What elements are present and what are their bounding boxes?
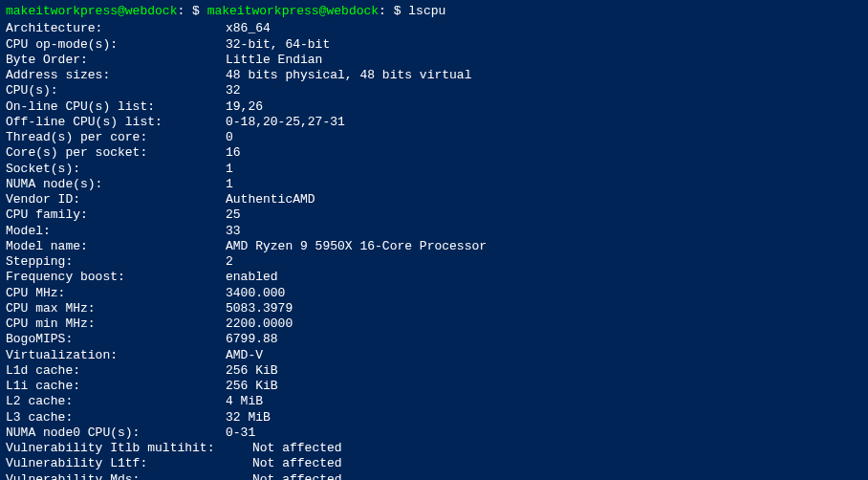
- row-value: 32 MiB: [226, 410, 862, 425]
- output-row: Vendor ID:AuthenticAMD: [6, 192, 862, 207]
- output-row: Stepping:2: [6, 254, 862, 270]
- output-row: Off-line CPU(s) list:0-18,20-25,27-31: [6, 115, 862, 130]
- lscpu-output: Architecture:x86_64CPU op-mode(s):32-bit…: [6, 21, 862, 480]
- row-label: CPU(s):: [6, 83, 226, 98]
- row-label: NUMA node(s):: [6, 177, 226, 192]
- row-value: 1: [226, 177, 862, 192]
- row-label: Stepping:: [6, 254, 226, 270]
- row-value: 0: [226, 130, 862, 145]
- row-value: Little Endian: [226, 53, 862, 68]
- row-value: 6799.88: [226, 332, 862, 347]
- output-row: Core(s) per socket:16: [6, 145, 862, 161]
- output-row: CPU min MHz:2200.0000: [6, 316, 862, 332]
- row-value: 3400.000: [226, 286, 862, 301]
- row-label: Model name:: [6, 239, 226, 254]
- row-label: Model:: [6, 224, 226, 239]
- row-value: 33: [226, 224, 862, 239]
- output-row: Architecture:x86_64: [6, 21, 862, 36]
- output-row: Frequency boost:enabled: [6, 270, 862, 285]
- output-row: CPU(s):32: [6, 83, 862, 98]
- row-label: Off-line CPU(s) list:: [6, 115, 226, 130]
- row-label: CPU MHz:: [6, 286, 226, 301]
- row-value: 0-31: [226, 425, 862, 441]
- row-value: 25: [226, 207, 862, 223]
- prompt-userhost-1: makeitworkpress@webdock: [6, 4, 177, 18]
- row-value: x86_64: [226, 21, 862, 36]
- row-value: 32-bit, 64-bit: [226, 37, 862, 53]
- row-value: 1: [226, 162, 862, 177]
- row-label: Socket(s):: [6, 162, 226, 177]
- output-row: L1i cache:256 KiB: [6, 379, 862, 394]
- output-row: Model name:AMD Ryzen 9 5950X 16-Core Pro…: [6, 239, 862, 254]
- row-value: 256 KiB: [226, 379, 862, 394]
- row-value: Not affected: [252, 472, 862, 481]
- row-label: CPU op-mode(s):: [6, 37, 226, 53]
- output-row: CPU MHz:3400.000: [6, 286, 862, 301]
- row-label: CPU min MHz:: [6, 316, 226, 332]
- output-row: Model:33: [6, 224, 862, 239]
- row-label: L1i cache:: [6, 379, 226, 394]
- row-value: 48 bits physical, 48 bits virtual: [226, 68, 862, 83]
- output-row: Address sizes:48 bits physical, 48 bits …: [6, 68, 862, 83]
- output-row: On-line CPU(s) list:19,26: [6, 99, 862, 115]
- output-row: Vulnerability L1tf:Not affected: [6, 456, 862, 471]
- row-value: enabled: [226, 270, 862, 285]
- row-label: Byte Order:: [6, 53, 226, 68]
- row-value: AMD Ryzen 9 5950X 16-Core Processor: [226, 239, 862, 254]
- row-label: Vulnerability Itlb multihit:: [6, 441, 252, 456]
- row-value: AuthenticAMD: [226, 192, 862, 207]
- row-label: Virtualization:: [6, 348, 226, 363]
- row-value: 0-18,20-25,27-31: [226, 115, 862, 130]
- row-label: Vulnerability L1tf:: [6, 456, 252, 471]
- prompt-userhost-2: makeitworkpress@webdock: [207, 4, 379, 18]
- row-label: Vulnerability Mds:: [6, 472, 252, 481]
- row-value: 256 KiB: [226, 363, 862, 379]
- row-label: Frequency boost:: [6, 270, 226, 285]
- output-row: CPU op-mode(s):32-bit, 64-bit: [6, 37, 862, 53]
- output-row: CPU max MHz:5083.3979: [6, 301, 862, 316]
- output-row: CPU family:25: [6, 207, 862, 223]
- row-value: 19,26: [226, 99, 862, 115]
- row-label: Vendor ID:: [6, 192, 226, 207]
- row-label: L3 cache:: [6, 410, 226, 425]
- prompt-dollar-1: $: [184, 4, 206, 18]
- row-label: Thread(s) per core:: [6, 130, 226, 145]
- row-label: CPU max MHz:: [6, 301, 226, 316]
- row-value: AMD-V: [226, 348, 862, 363]
- row-value: 2: [226, 254, 862, 270]
- output-row: BogoMIPS:6799.88: [6, 332, 862, 347]
- row-value: Not affected: [252, 456, 862, 471]
- output-row: Socket(s):1: [6, 162, 862, 177]
- row-value: 2200.0000: [226, 316, 862, 332]
- output-row: NUMA node(s):1: [6, 177, 862, 192]
- output-row: L2 cache:4 MiB: [6, 394, 862, 409]
- row-label: Architecture:: [6, 21, 226, 36]
- row-label: Core(s) per socket:: [6, 145, 226, 161]
- row-label: CPU family:: [6, 207, 226, 223]
- row-value: 32: [226, 83, 862, 98]
- prompt-line: makeitworkpress@webdock: $ makeitworkpre…: [6, 4, 862, 19]
- row-label: Address sizes:: [6, 68, 226, 83]
- output-row: Byte Order:Little Endian: [6, 53, 862, 68]
- output-row: Vulnerability Mds:Not affected: [6, 472, 862, 481]
- row-label: BogoMIPS:: [6, 332, 226, 347]
- output-row: NUMA node0 CPU(s):0-31: [6, 425, 862, 441]
- row-value: 5083.3979: [226, 301, 862, 316]
- row-label: On-line CPU(s) list:: [6, 99, 226, 115]
- output-row: L3 cache:32 MiB: [6, 410, 862, 425]
- output-row: Virtualization:AMD-V: [6, 348, 862, 363]
- prompt-command[interactable]: lscpu: [408, 4, 445, 18]
- output-row: L1d cache:256 KiB: [6, 363, 862, 379]
- row-label: NUMA node0 CPU(s):: [6, 425, 226, 441]
- row-value: Not affected: [252, 441, 862, 456]
- row-label: L2 cache:: [6, 394, 226, 409]
- row-value: 4 MiB: [226, 394, 862, 409]
- prompt-colon-2: :: [379, 4, 386, 18]
- output-row: Thread(s) per core:0: [6, 130, 862, 145]
- output-row: Vulnerability Itlb multihit:Not affected: [6, 441, 862, 456]
- prompt-dollar-2: $: [386, 4, 408, 18]
- row-label: L1d cache:: [6, 363, 226, 379]
- row-value: 16: [226, 145, 862, 161]
